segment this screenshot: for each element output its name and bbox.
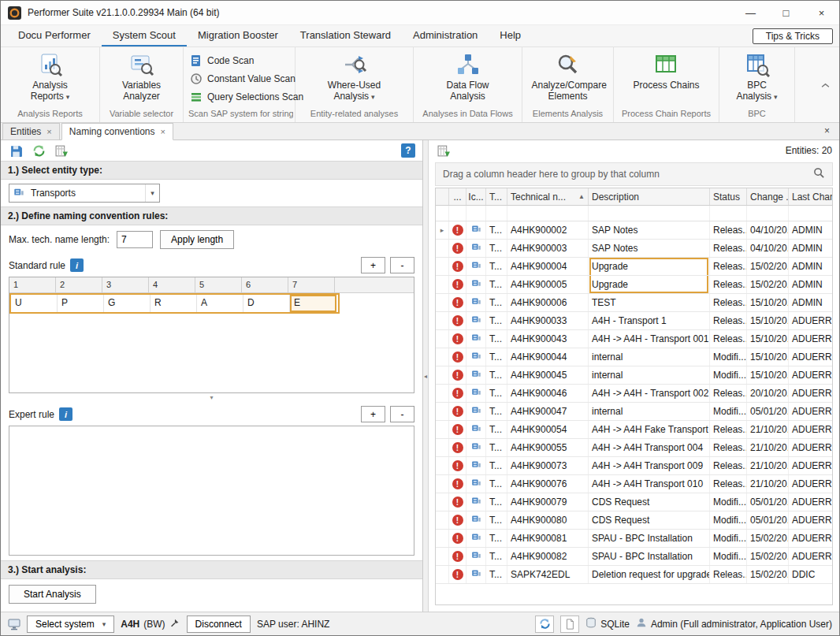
table-row[interactable]: T... A4HK900004 Upgrade Releas... 15/02/… (436, 258, 832, 276)
query-selections-scan-button[interactable]: Query Selections Scan (190, 89, 303, 105)
table-row[interactable]: T... A4HK900033 A4H - Transport 1 Releas… (436, 312, 832, 330)
search-icon[interactable] (813, 167, 825, 181)
transport-icon (471, 333, 481, 345)
column-header-type[interactable]: T... (486, 188, 507, 205)
disconnect-button[interactable]: Disconnect (187, 616, 251, 633)
table-row[interactable]: T... A4HK900006 TEST Releas... 15/10/20.… (436, 294, 832, 312)
table-row[interactable]: T... A4HK900003 SAP Notes Releas... 04/1… (436, 240, 832, 258)
document-log-button[interactable] (560, 616, 579, 633)
expert-rule-remove-button[interactable]: - (390, 406, 414, 422)
column-header-status[interactable]: Status (710, 188, 747, 205)
start-analysis-button[interactable]: Start Analysis (9, 585, 96, 604)
table-row[interactable]: T... A4HK900047 internal Modifi... 05/01… (436, 403, 832, 421)
column-header-change[interactable]: Change ... (747, 188, 789, 205)
table-row[interactable]: T... A4HK900046 A4H -> A4H - Transport 0… (436, 385, 832, 403)
menu-help[interactable]: Help (489, 26, 532, 46)
ribbon-collapse-button[interactable] (821, 80, 830, 91)
table-row[interactable]: T... A4HK900044 internal Modifi... 15/10… (436, 348, 832, 366)
export-button[interactable] (54, 143, 69, 158)
menu-administration[interactable]: Administration (402, 26, 489, 46)
apply-length-button[interactable]: Apply length (160, 230, 234, 249)
cell-type: T... (486, 475, 507, 493)
table-row[interactable]: T... A4HK900073 A4H -> A4H Transport 009… (436, 457, 832, 475)
table-row[interactable]: T... A4HK900076 A4H -> A4H Transport 010… (436, 475, 832, 493)
close-button[interactable]: × (804, 1, 839, 24)
table-row[interactable]: T... A4HK900002 SAP Notes Releas... 04/1… (436, 221, 832, 240)
menu-docu-performer[interactable]: Docu Performer (7, 26, 102, 46)
cell-status: Releas... (710, 276, 747, 293)
grid-collapse-icon[interactable]: ▾ (1, 393, 422, 403)
menu-system-scout[interactable]: System Scout (102, 26, 187, 46)
table-row[interactable]: T... A4HK900079 CDS Request Modifi... 05… (436, 493, 832, 511)
table-row[interactable]: T... A4HK900054 A4H -> A4H Fake Transpor… (436, 421, 832, 439)
entities-panel: Entities: 20 Drag a column header here t… (429, 140, 839, 612)
table-row[interactable]: T... A4HK900081 SPAU - BPC Installation … (436, 530, 832, 548)
max-length-input[interactable] (117, 231, 153, 248)
minimize-button[interactable]: — (733, 1, 768, 24)
refresh-button[interactable] (31, 143, 46, 158)
table-row[interactable]: T... A4HK900005 Upgrade Releas... 15/02/… (436, 276, 832, 294)
tab-entities[interactable]: Entities × (2, 123, 60, 139)
rule-grid-cell[interactable]: R (151, 295, 197, 312)
expert-rule-add-button[interactable]: + (361, 406, 385, 422)
column-header-last-changed[interactable]: Last Chan... (789, 188, 832, 205)
close-document-button[interactable]: × (815, 125, 839, 139)
menu-translation-steward[interactable]: Translation Steward (289, 26, 402, 46)
column-header-error[interactable]: ... (449, 188, 466, 205)
process-chains-button[interactable]: Process Chains (628, 50, 704, 93)
table-row[interactable]: T... A4HK900080 CDS Request Modifi... 05… (436, 511, 832, 530)
column-header-description[interactable]: Description (589, 188, 710, 205)
entity-type-combobox[interactable]: Transports ▾ (9, 184, 160, 203)
code-scan-button[interactable]: Code Scan (190, 53, 254, 69)
rule-grid-cell[interactable]: P (58, 295, 104, 312)
table-row[interactable]: T... A4HK900055 A4H -> A4H Transport 004… (436, 439, 832, 457)
standard-rule-add-button[interactable]: + (361, 257, 385, 273)
select-system-button[interactable]: Select system ▾ (27, 616, 114, 633)
chevron-down-icon[interactable]: ▾ (145, 184, 159, 202)
maximize-button[interactable]: □ (768, 1, 804, 24)
error-icon (452, 243, 463, 254)
variables-analyzer-button[interactable]: Variables Analyzer (102, 50, 181, 105)
table-row[interactable]: T... A4HK900045 internal Modifi... 15/10… (436, 366, 832, 385)
rule-grid-cell[interactable]: A (197, 295, 243, 312)
rule-grid-cell[interactable]: D (243, 295, 290, 312)
export-entities-button[interactable] (436, 143, 452, 158)
rule-grid-cell[interactable]: U (11, 295, 58, 312)
where-used-analysis-button[interactable]: Where-Used Analysis▾ (314, 50, 396, 105)
bpc-analysis-button[interactable]: BPC Analysis▾ (721, 50, 793, 105)
transport-icon (471, 514, 481, 526)
group-by-area[interactable]: Drag a column header here to group by th… (435, 162, 833, 186)
query-selections-scan-icon (190, 91, 203, 103)
standard-rule-remove-button[interactable]: - (390, 257, 414, 273)
table-row[interactable]: T... A4HK900043 A4H -> A4H - Transport 0… (436, 330, 832, 348)
cell-change-date: 05/01/20... (747, 403, 789, 420)
table-row[interactable]: T... A4HK900082 SPAU - BPC Installation … (436, 548, 832, 566)
expand-arrow-icon[interactable] (440, 226, 444, 234)
cell-description: CDS Request (589, 511, 710, 529)
cell-technical-name: A4HK900054 (507, 421, 589, 438)
tab-close-icon[interactable]: × (161, 127, 165, 136)
save-button[interactable] (8, 143, 24, 158)
menu-migration-booster[interactable]: Migration Booster (187, 26, 289, 46)
tab-close-icon[interactable]: × (46, 127, 51, 136)
splitter-collapse-icon[interactable]: ◂ (424, 373, 427, 380)
help-button[interactable]: ? (401, 143, 415, 158)
constant-value-scan-button[interactable]: Constant Value Scan (190, 71, 295, 87)
error-icon (452, 424, 463, 435)
title-bar: Performer Suite v21.1.0.0.29934 Main (64… (1, 1, 839, 24)
refresh-connection-button[interactable] (535, 616, 554, 633)
tab-naming-conventions[interactable]: Naming conventions × (61, 123, 173, 140)
column-header-technical[interactable]: Technical n... ▲ (507, 188, 589, 205)
expert-rule-area[interactable] (9, 426, 414, 556)
analysis-reports-button[interactable]: Analysis Reports▾ (9, 50, 91, 105)
tips-and-tricks-button[interactable]: Tips & Tricks (753, 28, 833, 44)
rule-grid-cell[interactable]: G (104, 295, 151, 312)
table-row[interactable]: T... SAPK742EDL Deletion request for upg… (436, 566, 832, 584)
data-flow-analysis-button[interactable]: Data Flow Analysis (427, 50, 509, 105)
rule-grid-cell[interactable]: E (290, 295, 336, 312)
panel-splitter[interactable]: ◂ (423, 140, 429, 612)
cell-change-date: 15/02/20... (747, 548, 789, 565)
column-header-icon[interactable]: Ic... (466, 188, 486, 205)
filter-row[interactable] (436, 206, 832, 221)
analyze-compare-elements-button[interactable]: Analyze/Compare Elements (527, 50, 609, 105)
